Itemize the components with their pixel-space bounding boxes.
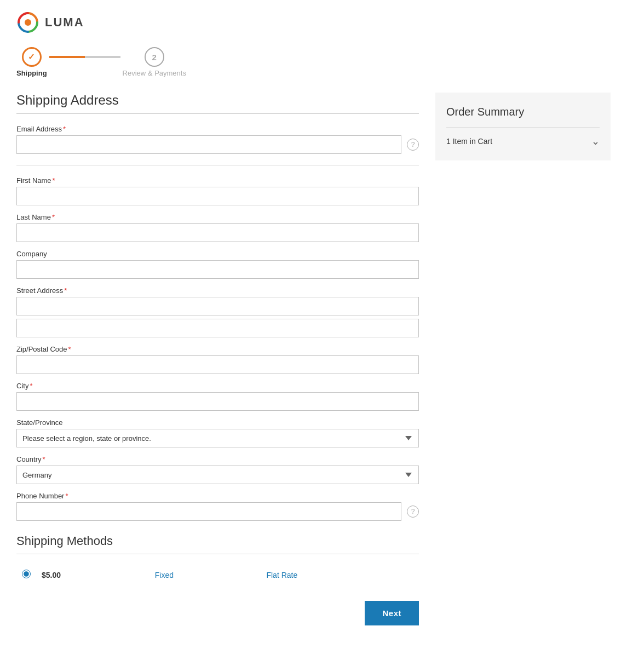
email-help-icon[interactable]: ? (407, 139, 419, 151)
street-address-input-2[interactable] (16, 319, 419, 337)
shipping-methods-table: $5.00 Fixed Flat Rate (16, 565, 419, 584)
step-review: 2 Review & Payments (123, 47, 186, 77)
section-divider-1 (16, 113, 419, 114)
email-input[interactable] (16, 135, 401, 154)
order-summary-divider (446, 127, 600, 128)
phone-label: Phone Number* (16, 492, 419, 500)
phone-group: Phone Number* ? (16, 492, 419, 521)
last-name-input[interactable] (16, 223, 419, 242)
shipping-method-row: $5.00 Fixed Flat Rate (16, 565, 419, 584)
state-select[interactable]: Please select a region, state or provinc… (16, 429, 419, 447)
shipping-methods-title: Shipping Methods (16, 534, 419, 548)
order-summary-panel: Order Summary 1 Item in Cart ⌄ (435, 93, 611, 160)
last-name-group: Last Name* (16, 213, 419, 242)
country-group: Country* Germany United States United Ki… (16, 455, 419, 484)
shipping-method-carrier: Fixed (149, 565, 261, 584)
cart-summary-row: 1 Item in Cart ⌄ (446, 135, 600, 147)
city-input[interactable] (16, 392, 419, 411)
email-group: Email Address* ? (16, 125, 419, 154)
zip-label: Zip/Postal Code* (16, 345, 419, 353)
zip-input[interactable] (16, 355, 419, 374)
street-address-label: Street Address* (16, 286, 419, 295)
step-shipping-circle: ✓ (22, 47, 42, 67)
section-divider-3 (16, 554, 419, 554)
cart-expand-chevron[interactable]: ⌄ (591, 135, 600, 147)
company-input[interactable] (16, 260, 419, 279)
first-name-input[interactable] (16, 187, 419, 205)
last-name-label: Last Name* (16, 213, 419, 221)
state-label: State/Province (16, 418, 419, 427)
next-button[interactable]: Next (365, 601, 419, 625)
email-label: Email Address* (16, 125, 419, 133)
phone-help-icon[interactable]: ? (407, 506, 419, 518)
step-connector (49, 56, 120, 58)
cart-items-text: 1 Item in Cart (446, 137, 492, 146)
country-label: Country* (16, 455, 419, 463)
company-label: Company (16, 250, 419, 258)
street-address-group: Street Address* (16, 286, 419, 337)
first-name-label: First Name* (16, 176, 419, 185)
shipping-address-title: Shipping Address (16, 93, 419, 108)
country-select[interactable]: Germany United States United Kingdom Fra… (16, 466, 419, 484)
section-divider-2 (16, 165, 419, 165)
email-input-row: ? (16, 135, 419, 154)
form-section: Shipping Address Email Address* ? First … (16, 93, 419, 625)
zip-group: Zip/Postal Code* (16, 345, 419, 374)
step-shipping: ✓ Shipping (16, 47, 47, 77)
shipping-method-radio[interactable] (22, 570, 31, 578)
next-button-row: Next (16, 601, 419, 625)
svg-point-1 (25, 19, 31, 26)
step-review-label: Review & Payments (123, 69, 186, 77)
step-shipping-label: Shipping (16, 69, 47, 77)
city-label: City* (16, 382, 419, 390)
shipping-method-radio-cell[interactable] (16, 565, 36, 584)
luma-logo-icon (16, 11, 39, 34)
first-name-group: First Name* (16, 176, 419, 205)
phone-input[interactable] (16, 502, 401, 521)
shipping-method-price: $5.00 (36, 565, 149, 584)
shipping-method-name: Flat Rate (261, 565, 419, 584)
step-review-circle: 2 (145, 47, 164, 67)
main-layout: Shipping Address Email Address* ? First … (16, 93, 611, 625)
company-group: Company (16, 250, 419, 279)
checkout-steps: ✓ Shipping 2 Review & Payments (16, 47, 611, 77)
state-group: State/Province Please select a region, s… (16, 418, 419, 447)
logo-text: LUMA (45, 15, 84, 30)
street-address-input-1[interactable] (16, 297, 419, 315)
sidebar: Order Summary 1 Item in Cart ⌄ (435, 93, 611, 625)
logo-area: LUMA (16, 11, 611, 34)
phone-input-row: ? (16, 502, 419, 521)
city-group: City* (16, 382, 419, 411)
order-summary-title: Order Summary (446, 106, 600, 118)
